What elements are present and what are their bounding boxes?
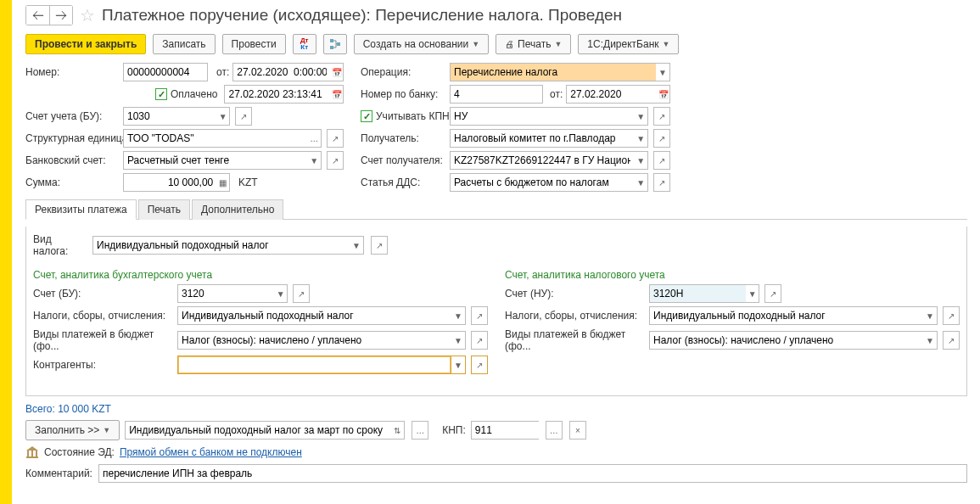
taxes-input[interactable] <box>177 306 451 325</box>
chevron-down-icon[interactable]: ▼ <box>634 173 648 192</box>
bank-no-input[interactable] <box>450 85 543 104</box>
chevron-down-icon[interactable]: ▼ <box>923 331 938 350</box>
account-nu-input[interactable] <box>649 284 746 303</box>
calendar-icon[interactable]: 📅 <box>330 63 344 81</box>
post-button[interactable]: Провести <box>222 34 286 54</box>
chevron-down-icon[interactable]: ▼ <box>634 107 648 126</box>
chevron-down-icon[interactable]: ▼ <box>307 151 322 170</box>
fill-button[interactable]: Заполнить >>▼ <box>25 420 120 440</box>
open-icon[interactable]: ↗ <box>471 331 488 350</box>
dds-input[interactable] <box>450 173 634 192</box>
calculator-icon[interactable]: ▦ <box>216 173 230 192</box>
fill-row: Заполнить >>▼ ⇅ … КНП: … × <box>25 420 967 440</box>
chevron-down-icon[interactable]: ▼ <box>350 236 364 255</box>
print-button[interactable]: Печать▼ <box>496 34 571 54</box>
directbank-button[interactable]: 1С:ДиректБанк▼ <box>578 34 679 54</box>
kpn-select[interactable] <box>450 107 634 126</box>
open-icon[interactable]: ↗ <box>764 284 781 303</box>
open-icon[interactable]: ↗ <box>471 356 488 374</box>
ellipsis-icon[interactable]: … <box>546 421 563 440</box>
open-icon[interactable]: ↗ <box>653 107 670 126</box>
chevron-down-icon[interactable]: ▼ <box>746 284 759 303</box>
open-icon[interactable]: ↗ <box>235 107 252 126</box>
tab-print[interactable]: Печать <box>138 199 190 220</box>
ed-status-row: Состояние ЭД: Прямой обмен с банком не п… <box>25 445 967 459</box>
tab-requisites[interactable]: Реквизиты платежа <box>25 199 137 220</box>
paid-date-input[interactable] <box>224 85 330 104</box>
dtkt-icon: ДтКт <box>300 37 309 51</box>
chevron-down-icon[interactable]: ▼ <box>634 151 648 170</box>
account-bu2-input[interactable] <box>177 284 274 303</box>
svg-rect-5 <box>31 451 33 456</box>
open-icon[interactable]: ↗ <box>653 151 670 170</box>
comment-input[interactable] <box>98 464 967 483</box>
bank-date-input[interactable] <box>566 85 657 104</box>
dt-kt-button[interactable]: ДтКт <box>293 34 316 54</box>
calendar-icon[interactable]: 📅 <box>330 85 344 104</box>
open-icon[interactable]: ↗ <box>293 284 310 303</box>
comment-label: Комментарий: <box>25 468 93 479</box>
payment-types-nu-input[interactable] <box>649 331 923 350</box>
number-input[interactable] <box>123 63 208 81</box>
account-nu-label: Счет (НУ): <box>505 288 649 300</box>
unit-input[interactable] <box>123 129 307 148</box>
counterparty-input[interactable] <box>177 356 451 374</box>
back-button[interactable]: 🡠 <box>25 5 49 25</box>
chevron-down-icon[interactable]: ▼ <box>923 306 938 325</box>
open-icon[interactable]: ↗ <box>371 236 388 255</box>
save-button[interactable]: Записать <box>153 34 215 54</box>
post-and-close-button[interactable]: Провести и закрыть <box>25 34 146 54</box>
tab-additional[interactable]: Дополнительно <box>192 199 283 220</box>
sum-label: Сумма: <box>25 176 123 188</box>
open-icon[interactable]: ↗ <box>327 129 344 148</box>
page-title: Платежное поручение (исходящее): Перечис… <box>102 6 622 25</box>
structure-button[interactable] <box>323 34 347 54</box>
payment-types-input[interactable] <box>177 331 451 350</box>
spinner-icon[interactable]: ⇅ <box>390 421 405 440</box>
app-left-stripe <box>0 0 12 488</box>
calendar-icon[interactable]: 📅 <box>657 85 670 104</box>
svg-rect-1 <box>330 46 333 49</box>
chevron-down-icon[interactable]: ▼ <box>451 306 466 325</box>
favorite-star-icon[interactable]: ☆ <box>78 6 97 25</box>
section-nu-title: Счет, аналитика налогового учета <box>505 269 960 281</box>
bank-no-label: Номер по банку: <box>361 88 450 100</box>
recipient-account-input[interactable] <box>450 151 634 170</box>
chevron-down-icon[interactable]: ▼ <box>451 356 466 374</box>
date-input[interactable] <box>232 63 330 81</box>
clear-icon[interactable]: × <box>569 421 586 440</box>
fill-desc-input[interactable] <box>125 421 390 440</box>
open-icon[interactable]: ↗ <box>471 306 488 325</box>
forward-button[interactable]: 🡢 <box>49 5 73 25</box>
bank-account-input[interactable] <box>123 151 307 170</box>
section-bu-title: Счет, аналитика бухгалтерского учета <box>33 269 488 281</box>
chevron-down-icon[interactable]: ▼ <box>274 284 288 303</box>
sum-input[interactable] <box>123 173 216 192</box>
recipient-input[interactable] <box>450 129 634 148</box>
ellipsis-icon[interactable]: … <box>307 129 322 148</box>
bank-icon <box>25 445 39 459</box>
open-icon[interactable]: ↗ <box>943 331 960 350</box>
paid-checkbox[interactable]: ✓ <box>155 88 167 100</box>
ellipsis-icon[interactable]: … <box>412 421 428 440</box>
bank-account-label: Банковский счет: <box>25 154 123 166</box>
tax-type-input[interactable] <box>92 236 350 255</box>
chevron-down-icon[interactable]: ▼ <box>656 63 670 81</box>
tax-type-label: Вид налога: <box>33 233 87 257</box>
recipient-account-label: Счет получателя: <box>361 154 450 166</box>
open-icon[interactable]: ↗ <box>653 173 670 192</box>
create-based-button[interactable]: Создать на основании▼ <box>354 34 489 54</box>
account-bu-input[interactable] <box>123 107 216 126</box>
ed-status-link[interactable]: Прямой обмен с банком не подключен <box>120 446 302 458</box>
taxes-nu-input[interactable] <box>649 306 923 325</box>
open-icon[interactable]: ↗ <box>943 306 960 325</box>
open-icon[interactable]: ↗ <box>327 151 344 170</box>
knp-input[interactable] <box>471 421 539 440</box>
toolbar: Провести и закрыть Записать Провести ДтК… <box>25 34 967 54</box>
chevron-down-icon[interactable]: ▼ <box>451 331 466 350</box>
open-icon[interactable]: ↗ <box>653 129 670 148</box>
operation-select[interactable] <box>450 63 656 81</box>
chevron-down-icon[interactable]: ▼ <box>634 129 648 148</box>
kpn-checkbox[interactable]: ✓ <box>361 110 372 122</box>
chevron-down-icon[interactable]: ▼ <box>216 107 230 126</box>
